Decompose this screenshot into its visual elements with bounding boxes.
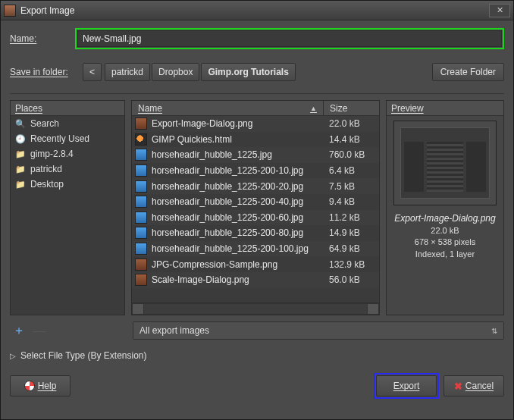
places-item[interactable]: Recently Used — [11, 131, 124, 146]
preview-filename: Export-Image-Dialog.png — [394, 213, 495, 224]
preview-mode: Indexed, 1 layer — [415, 249, 475, 260]
file-row[interactable]: horseheadir_hubble_1225-200-100.jpg64.9 … — [132, 241, 379, 257]
file-row[interactable]: horseheadir_hubble_1225-200-40.jpg9.4 kB — [132, 194, 379, 210]
file-type-expander[interactable]: ▷ Select File Type (By Extension) — [10, 350, 504, 361]
file-size: 56.0 kB — [326, 274, 376, 285]
file-name: horseheadir_hubble_1225-200-40.jpg — [152, 196, 326, 207]
file-size: 11.2 kB — [326, 212, 376, 223]
file-jpg-icon — [135, 227, 147, 239]
places-item[interactable]: patrickd — [11, 161, 124, 177]
places-item-label: gimp-2.8.4 — [30, 149, 74, 159]
places-item-label: Search — [30, 118, 59, 129]
file-row[interactable]: horseheadir_hubble_1225-200-10.jpg6.4 kB — [132, 163, 379, 179]
file-jpg-icon — [135, 196, 147, 208]
export-label: Export — [393, 381, 420, 391]
places-panel: Places SearchRecently Usedgimp-2.8.4patr… — [10, 100, 125, 315]
column-header-name[interactable]: Name ▲ — [132, 101, 323, 115]
file-size: 14.4 kB — [326, 134, 376, 145]
file-size: 14.9 kB — [326, 227, 376, 238]
file-name: GIMP Quickies.html — [152, 134, 326, 145]
cancel-x-icon: ✖ — [454, 381, 462, 392]
places-list: SearchRecently Usedgimp-2.8.4patrickdDes… — [11, 116, 124, 315]
places-header: Places — [11, 101, 124, 116]
file-row[interactable]: GIMP Quickies.html14.4 kB — [132, 132, 379, 148]
places-item-label: Recently Used — [30, 133, 89, 144]
chevron-updown-icon: ⇅ — [491, 327, 497, 335]
help-label: Help — [38, 381, 57, 391]
breadcrumb-segment[interactable]: Dropbox — [152, 63, 199, 81]
folder-icon — [15, 149, 26, 159]
help-icon — [24, 381, 35, 391]
breadcrumb-segment[interactable]: patrickd — [105, 63, 150, 81]
preview-dimensions: 678 × 538 pixels — [415, 237, 475, 248]
places-item[interactable]: Search — [11, 116, 124, 131]
preview-thumbnail — [393, 121, 497, 205]
name-input-highlight — [75, 28, 504, 49]
preview-panel: Preview Export-Image-Dialog.png 22.0 kB … — [386, 100, 504, 315]
places-item-label: Desktop — [30, 179, 64, 190]
app-icon — [4, 5, 16, 17]
file-size: 9.4 kB — [326, 196, 376, 207]
breadcrumb-back-button[interactable]: < — [83, 63, 102, 81]
file-filter-label: All export images — [139, 325, 209, 336]
export-image-dialog: Export Image ✕ Name: Save in folder: < p… — [0, 0, 514, 420]
file-jpg-icon — [135, 243, 147, 255]
triangle-right-icon: ▷ — [10, 352, 16, 360]
file-type-label: Select File Type (By Extension) — [20, 350, 147, 361]
create-folder-button[interactable]: Create Folder — [432, 63, 504, 81]
file-size: 22.0 kB — [326, 118, 376, 129]
help-button[interactable]: Help — [10, 375, 71, 396]
close-button[interactable]: ✕ — [489, 4, 510, 17]
save-in-folder-label: Save in folder: — [10, 67, 80, 77]
scroll-right-button[interactable] — [367, 303, 379, 315]
file-row[interactable]: horseheadir_hubble_1225.jpg760.0 kB — [132, 147, 379, 163]
preview-header: Preview — [387, 101, 503, 116]
breadcrumb: patrickdDropboxGimp.org Tutorials — [105, 63, 296, 81]
recent-icon — [15, 133, 26, 144]
places-item[interactable]: gimp-2.8.4 — [11, 146, 124, 161]
file-browser: Name ▲ Size Export-Image-Dialog.png22.0 … — [131, 100, 380, 315]
titlebar: Export Image ✕ — [1, 1, 513, 20]
file-row[interactable]: Scale-Image-Dialog.png56.0 kB — [132, 272, 379, 288]
column-header-size[interactable]: Size — [323, 101, 379, 115]
file-name: horseheadir_hubble_1225-200-80.jpg — [152, 227, 326, 238]
file-row[interactable]: horseheadir_hubble_1225-200-20.jpg7.5 kB — [132, 178, 379, 194]
places-item-label: patrickd — [30, 164, 62, 174]
column-header-name-label: Name — [138, 103, 162, 114]
export-button-highlight: Export — [374, 373, 439, 399]
file-row[interactable]: horseheadir_hubble_1225-200-80.jpg14.9 k… — [132, 225, 379, 241]
file-row[interactable]: horseheadir_hubble_1225-200-60.jpg11.2 k… — [132, 210, 379, 226]
cancel-button[interactable]: ✖ Cancel — [443, 375, 504, 396]
file-row[interactable]: Export-Image-Dialog.png22.0 kB — [132, 116, 379, 132]
file-size: 7.5 kB — [326, 181, 376, 192]
file-name: JPG-Compression-Sample.png — [152, 259, 326, 270]
cancel-label: Cancel — [465, 381, 494, 391]
file-row[interactable]: JPG-Compression-Sample.png132.9 kB — [132, 256, 379, 272]
file-size: 132.9 kB — [326, 259, 376, 270]
file-png-icon — [135, 118, 147, 130]
file-name: horseheadir_hubble_1225.jpg — [152, 149, 326, 160]
file-size: 760.0 kB — [326, 149, 376, 160]
breadcrumb-segment[interactable]: Gimp.org Tutorials — [201, 63, 295, 81]
filename-input[interactable] — [77, 30, 502, 47]
file-name: horseheadir_hubble_1225-200-60.jpg — [152, 212, 326, 223]
file-list: Export-Image-Dialog.png22.0 kBGIMP Quick… — [132, 116, 379, 302]
file-size: 6.4 kB — [326, 165, 376, 176]
scroll-track[interactable] — [144, 303, 367, 315]
file-name: horseheadir_hubble_1225-200-100.jpg — [152, 243, 326, 254]
file-jpg-icon — [135, 165, 147, 177]
scroll-left-button[interactable] — [132, 303, 144, 315]
column-header-size-label: Size — [330, 103, 347, 114]
sort-asc-icon: ▲ — [310, 105, 317, 112]
add-bookmark-icon[interactable]: ＋ — [13, 323, 25, 339]
file-html-icon — [135, 133, 147, 146]
file-name: Scale-Image-Dialog.png — [152, 274, 326, 285]
file-filter-dropdown[interactable]: All export images ⇅ — [133, 321, 504, 340]
export-button[interactable]: Export — [376, 375, 437, 396]
preview-filesize: 22.0 kB — [415, 225, 475, 237]
file-jpg-icon — [135, 180, 147, 193]
search-icon — [15, 118, 26, 129]
places-item[interactable]: Desktop — [11, 177, 124, 192]
file-size: 64.9 kB — [326, 243, 376, 254]
horizontal-scrollbar[interactable] — [132, 302, 379, 315]
